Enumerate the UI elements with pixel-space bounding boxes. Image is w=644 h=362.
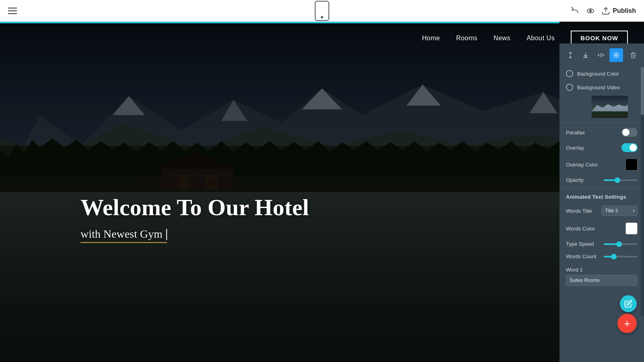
overlay-color-swatch[interactable] <box>625 158 638 171</box>
words-color-row: Words Color <box>559 219 644 238</box>
undo-button[interactable] <box>571 6 580 15</box>
fab-add-button[interactable]: + <box>617 314 637 333</box>
type-speed-slider[interactable] <box>604 243 638 245</box>
publish-label: Publish <box>613 7 636 14</box>
top-toolbar: Publish <box>0 0 644 22</box>
parallax-toggle[interactable] <box>621 128 638 137</box>
parallax-toggle-container <box>621 128 638 137</box>
background-video-radio[interactable] <box>566 84 573 91</box>
toolbar-left <box>8 8 17 14</box>
right-panel: Background Color Background Video P <box>559 43 644 362</box>
words-title-row: Words Title Title 3 Title 1 Title 2 <box>559 202 644 219</box>
hero-subtitle: with Newest Gym <box>80 228 167 243</box>
panel-scrollbar[interactable] <box>641 67 644 316</box>
background-color-row: Background Color <box>559 67 644 80</box>
background-video-label: Background Video <box>577 84 638 90</box>
overlay-toggle-container <box>621 143 638 152</box>
fab-edit-button[interactable] <box>620 295 637 312</box>
background-color-radio[interactable] <box>566 70 573 77</box>
hero-overlay <box>0 22 644 362</box>
overlay-row: Overlay <box>559 140 644 155</box>
panel-move-button[interactable] <box>564 48 577 62</box>
canvas-border <box>0 22 559 23</box>
overlay-label: Overlay <box>566 145 617 151</box>
words-title-select[interactable]: Title 3 Title 1 Title 2 <box>601 206 638 216</box>
nav-news[interactable]: News <box>493 35 510 42</box>
word1-label: Word 1 <box>566 267 638 273</box>
canvas-area: Home Rooms News About Us BOOK NOW Welcom… <box>0 22 644 362</box>
parallax-label: Parallax <box>566 130 617 136</box>
hero-content: Welcome To Our Hotel with Newest Gym <box>80 195 309 243</box>
nav-about[interactable]: About Us <box>526 35 555 42</box>
opacity-row: Opacity <box>559 174 644 186</box>
publish-button[interactable]: Publish <box>601 6 636 15</box>
words-title-select-wrapper: Title 3 Title 1 Title 2 <box>601 206 638 216</box>
panel-code-button[interactable] <box>594 48 608 62</box>
words-color-label: Words Color <box>566 226 621 232</box>
preview-button[interactable] <box>586 6 595 15</box>
nav-home[interactable]: Home <box>422 35 440 42</box>
toolbar-right: Publish <box>571 6 636 15</box>
words-color-swatch[interactable] <box>625 222 638 234</box>
text-cursor <box>166 229 167 240</box>
words-count-row: Words Count <box>559 250 644 263</box>
fab-add-icon: + <box>624 317 630 330</box>
panel-delete-button[interactable] <box>626 48 640 62</box>
svg-line-33 <box>601 53 601 57</box>
panel-toolbar <box>559 43 644 67</box>
navbar: Home Rooms News About Us BOOK NOW <box>0 22 644 54</box>
overlay-color-row: Overlay Color <box>559 155 644 174</box>
background-video-row: Background Video <box>559 80 644 94</box>
toolbar-center <box>315 1 329 21</box>
panel-download-button[interactable] <box>579 48 592 62</box>
type-speed-row: Type Speed <box>559 238 644 250</box>
svg-point-34 <box>615 54 617 56</box>
nav-rooms[interactable]: Rooms <box>456 35 477 42</box>
overlay-toggle[interactable] <box>621 143 638 152</box>
type-speed-label: Type Speed <box>566 241 600 247</box>
words-count-label: Words Count <box>566 253 600 259</box>
opacity-slider[interactable] <box>604 179 638 181</box>
svg-point-1 <box>590 10 592 12</box>
hero-title: Welcome To Our Hotel <box>80 195 309 220</box>
parallax-row: Parallax <box>559 125 644 140</box>
animated-text-header: Animated Text Settings <box>559 190 644 202</box>
word1-input[interactable] <box>566 275 638 286</box>
background-thumbnail[interactable] <box>592 96 628 118</box>
opacity-label: Opacity <box>566 177 600 183</box>
hamburger-menu[interactable] <box>8 8 17 14</box>
words-title-label: Words Title <box>566 208 597 214</box>
panel-settings-button[interactable] <box>609 48 623 62</box>
panel-scrollbar-thumb[interactable] <box>641 67 644 115</box>
word1-section: Word 1 <box>559 263 644 290</box>
words-count-slider[interactable] <box>604 256 638 257</box>
background-color-label: Background Color <box>577 71 638 77</box>
hero-subtitle-text: with Newest Gym <box>80 228 163 240</box>
mobile-preview-icon[interactable] <box>315 1 329 21</box>
overlay-color-label: Overlay Color <box>566 162 621 168</box>
hero-background: Home Rooms News About Us BOOK NOW Welcom… <box>0 22 644 362</box>
